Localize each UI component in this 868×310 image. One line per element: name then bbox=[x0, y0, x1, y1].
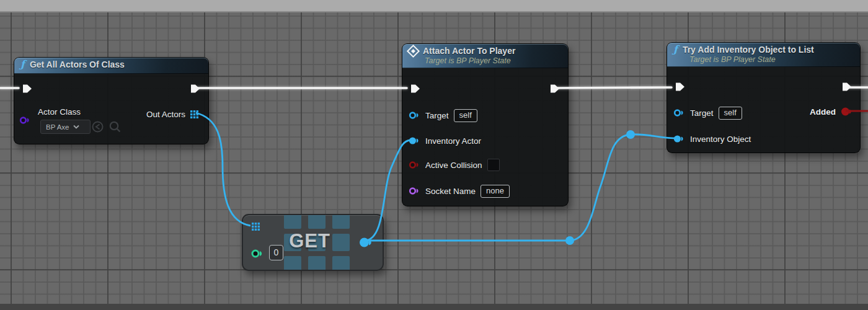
blueprint-editor-canvas[interactable]: ƒ Get All Actors Of Class Actor Class BP… bbox=[0, 0, 868, 310]
target-pin[interactable] bbox=[409, 111, 420, 120]
array-input-pin[interactable] bbox=[252, 223, 260, 231]
actor-class-dropdown-value: BP Axe bbox=[46, 123, 69, 131]
active-collision-pin-label: Active Collision bbox=[425, 161, 482, 170]
chevron-down-icon bbox=[73, 125, 79, 129]
node-header[interactable]: ƒ Get All Actors Of Class bbox=[14, 58, 208, 74]
added-pin[interactable] bbox=[841, 107, 852, 117]
function-diamond-icon bbox=[407, 44, 420, 57]
exec-out-pin[interactable] bbox=[842, 82, 852, 92]
index-pin[interactable] bbox=[251, 249, 264, 259]
exec-out-pin[interactable] bbox=[550, 84, 560, 94]
inventory-object-pin-row: Inventory Object bbox=[673, 132, 751, 146]
inventory-actor-pin-label: Inventory Actor bbox=[425, 136, 481, 146]
target-pin[interactable] bbox=[673, 108, 685, 117]
added-pin-row: Added bbox=[810, 105, 852, 118]
target-pin-label: Target bbox=[425, 111, 449, 120]
target-pin-row: Target self bbox=[673, 106, 742, 120]
out-actors-pin-row: Out Actors bbox=[146, 107, 198, 121]
active-collision-checkbox[interactable] bbox=[487, 159, 500, 171]
target-pin-label: Target bbox=[690, 108, 714, 118]
node-subtitle: Target is BP Player State bbox=[689, 55, 854, 64]
node-title: Try Add Inventory Object to List bbox=[683, 45, 814, 55]
active-collision-pin-row: Active Collision bbox=[409, 158, 500, 172]
node-header[interactable]: ƒ Try Add Inventory Object to List Targe… bbox=[667, 43, 860, 67]
index-value-box[interactable]: 0 bbox=[269, 245, 283, 260]
browse-search-icon[interactable] bbox=[108, 120, 122, 133]
node-try-add-inventory-object-to-list[interactable]: ƒ Try Add Inventory Object to List Targe… bbox=[666, 42, 861, 153]
inventory-actor-pin[interactable] bbox=[409, 136, 420, 145]
socket-name-pin-row: Socket Name none bbox=[409, 184, 510, 198]
active-collision-pin[interactable] bbox=[409, 161, 420, 169]
inventory-actor-pin-row: Inventory Actor bbox=[409, 134, 481, 148]
out-actors-array-pin[interactable] bbox=[190, 110, 198, 118]
element-output-pin[interactable] bbox=[359, 237, 373, 248]
socket-name-pin[interactable] bbox=[409, 187, 420, 195]
use-selected-asset-icon[interactable] bbox=[91, 120, 104, 133]
exec-in-pin[interactable] bbox=[675, 82, 686, 92]
socket-name-pin-label: Socket Name bbox=[425, 187, 476, 196]
function-icon: ƒ bbox=[20, 60, 25, 69]
inventory-object-pin-label: Inventory Object bbox=[690, 135, 751, 144]
exec-in-pin[interactable] bbox=[410, 84, 421, 94]
node-title: Attach Actor To Player bbox=[423, 46, 515, 56]
node-title: Get All Actors Of Class bbox=[30, 60, 125, 69]
out-actors-pin-label: Out Actors bbox=[146, 110, 185, 119]
exec-out-pin[interactable] bbox=[190, 84, 201, 94]
target-pin-row: Target self bbox=[409, 108, 477, 122]
function-icon: ƒ bbox=[673, 45, 678, 55]
node-array-get[interactable]: GET 0 bbox=[242, 214, 384, 271]
added-pin-label: Added bbox=[810, 107, 836, 117]
actor-class-pin[interactable] bbox=[19, 116, 31, 125]
node-get-all-actors-of-class[interactable]: ƒ Get All Actors Of Class Actor Class BP… bbox=[14, 57, 209, 144]
actor-class-pin-label: Actor Class bbox=[38, 107, 81, 117]
socket-name-value-box[interactable]: none bbox=[480, 185, 510, 198]
target-value-box[interactable]: self bbox=[454, 109, 477, 122]
node-header[interactable]: Attach Actor To Player Target is BP Play… bbox=[402, 44, 568, 68]
exec-in-pin[interactable] bbox=[22, 84, 33, 94]
inventory-object-pin[interactable] bbox=[673, 135, 685, 143]
node-attach-actor-to-player[interactable]: Attach Actor To Player Target is BP Play… bbox=[402, 43, 569, 206]
target-value-box[interactable]: self bbox=[719, 107, 742, 120]
actor-class-dropdown[interactable]: BP Axe bbox=[40, 120, 91, 134]
toolbar-strip bbox=[0, 0, 868, 12]
node-subtitle: Target is BP Player State bbox=[425, 56, 562, 65]
